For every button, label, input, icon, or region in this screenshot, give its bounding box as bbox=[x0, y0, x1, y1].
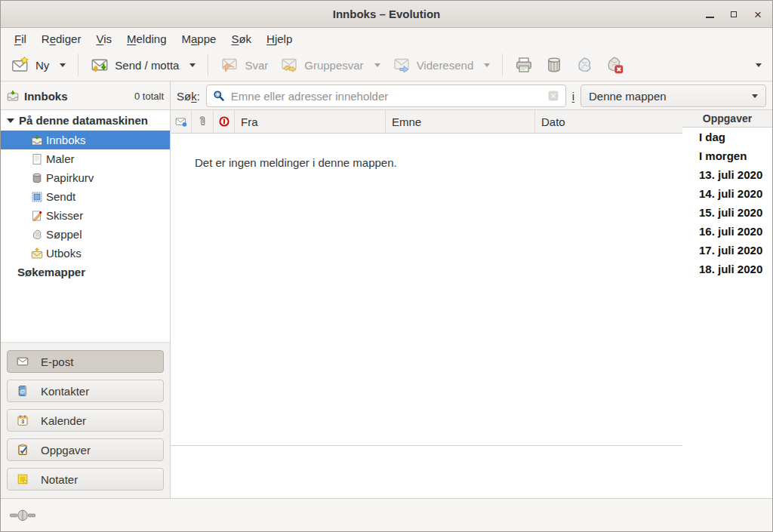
column-important[interactable] bbox=[214, 110, 235, 133]
inbox-icon bbox=[31, 134, 43, 146]
svg-text:3: 3 bbox=[21, 418, 24, 425]
send-receive-icon bbox=[91, 56, 109, 74]
not-junk-button[interactable] bbox=[599, 51, 630, 78]
menu-rediger[interactable]: Rediger bbox=[34, 28, 89, 49]
menu-vis[interactable]: Vis bbox=[88, 28, 119, 49]
search-icon bbox=[213, 90, 225, 102]
message-list-header: Fra Emne Dato bbox=[171, 110, 682, 134]
message-list-pane: Fra Emne Dato Det er ingen meldinger i d… bbox=[171, 110, 682, 498]
preview-pane-splitter[interactable] bbox=[171, 445, 682, 446]
switcher-calendar-button[interactable]: 3 Kalender bbox=[7, 409, 164, 432]
printer-icon bbox=[515, 56, 533, 74]
maximize-button[interactable] bbox=[724, 5, 744, 24]
task-group-date[interactable]: 16. juli 2020 bbox=[682, 222, 772, 241]
minimize-button[interactable] bbox=[700, 5, 719, 24]
search-scope-value: Denne mappen bbox=[589, 90, 667, 103]
expander-icon[interactable] bbox=[7, 118, 14, 123]
new-mail-icon bbox=[11, 56, 29, 74]
task-group-date[interactable]: 18. juli 2020 bbox=[682, 260, 772, 278]
close-icon: × bbox=[754, 8, 762, 21]
reply-icon bbox=[220, 56, 239, 74]
contacts-icon: @ bbox=[17, 385, 29, 397]
group-reply-button[interactable]: Gruppesvar bbox=[274, 51, 386, 78]
evolution-window: Innboks – Evolution × Fil Rediger Vis Me… bbox=[0, 0, 773, 532]
column-from[interactable]: Fra bbox=[235, 110, 386, 133]
toolbar-separator bbox=[78, 54, 79, 76]
task-group-date[interactable]: 13. juli 2020 bbox=[682, 165, 772, 184]
send-receive-dropdown-icon bbox=[189, 63, 196, 67]
forward-icon bbox=[393, 56, 411, 74]
folder-papirkurv[interactable]: Papirkurv bbox=[1, 168, 170, 187]
toolbar-separator bbox=[208, 54, 208, 76]
task-group-date[interactable]: 17. juli 2020 bbox=[682, 241, 772, 260]
inbox-icon bbox=[7, 90, 19, 102]
search-scope-dropdown[interactable]: Denne mappen bbox=[581, 85, 766, 107]
toolbar-separator bbox=[502, 54, 503, 76]
folder-message-count: 0 totalt bbox=[134, 91, 164, 102]
task-group-date[interactable]: 14. juli 2020 bbox=[682, 184, 772, 203]
new-message-button[interactable]: Ny bbox=[5, 51, 72, 78]
task-group-date[interactable]: 15. juli 2020 bbox=[682, 203, 772, 222]
tasks-panel-header: Oppgaver bbox=[682, 110, 772, 128]
column-date[interactable]: Dato bbox=[535, 110, 682, 133]
close-button[interactable]: × bbox=[748, 5, 768, 24]
switcher-memos-button[interactable]: Notater bbox=[7, 468, 164, 490]
folder-tree: På denne datamaskinen Innboks Maler bbox=[1, 110, 170, 281]
menu-mappe[interactable]: Mappe bbox=[174, 28, 224, 49]
column-subject[interactable]: Emne bbox=[386, 110, 535, 133]
print-button[interactable] bbox=[509, 51, 539, 78]
search-input-container bbox=[206, 85, 566, 107]
menubar: Fil Rediger Vis Melding Mappe Søk Hjelp bbox=[1, 28, 772, 49]
folder-sendt[interactable]: Sendt bbox=[1, 187, 170, 206]
svg-text:@: @ bbox=[20, 388, 25, 395]
memos-icon bbox=[17, 473, 29, 485]
attachment-icon bbox=[196, 115, 208, 128]
search-label: Søk: bbox=[177, 90, 200, 103]
junk-icon bbox=[575, 56, 593, 74]
task-group-today[interactable]: I dag bbox=[682, 128, 772, 146]
reply-button[interactable]: Svar bbox=[214, 51, 274, 78]
switcher-tasks-button[interactable]: Oppgaver bbox=[7, 438, 164, 461]
toolbar: Ny Send / motta Svar bbox=[1, 49, 772, 81]
tree-root-this-computer[interactable]: På denne datamaskinen bbox=[1, 110, 170, 131]
toolbar-overflow-button[interactable] bbox=[745, 59, 768, 72]
switcher-contacts-button[interactable]: @ Kontakter bbox=[7, 380, 164, 402]
tree-root-search-folders[interactable]: Søkemapper bbox=[1, 263, 170, 281]
folder-utboks[interactable]: Utboks bbox=[1, 244, 170, 263]
forward-button[interactable]: Videresend bbox=[386, 51, 497, 78]
switcher-mail-button[interactable]: E-post bbox=[7, 350, 164, 373]
titlebar: Innboks – Evolution × bbox=[1, 1, 772, 28]
folder-innboks[interactable]: Innboks bbox=[1, 131, 170, 149]
menu-fil[interactable]: Fil bbox=[7, 28, 34, 49]
view-switcher: E-post @ Kontakter bbox=[1, 342, 170, 498]
online-status-plug-icon[interactable] bbox=[10, 509, 35, 521]
folder-sidebar: På denne datamaskinen Innboks Maler bbox=[1, 110, 171, 498]
clear-search-icon[interactable] bbox=[547, 90, 559, 102]
send-receive-button[interactable]: Send / motta bbox=[85, 51, 202, 78]
task-group-tomorrow[interactable]: I morgen bbox=[682, 146, 772, 165]
group-reply-icon bbox=[280, 56, 298, 74]
sidebar-folder-header: Innboks 0 totalt bbox=[1, 81, 171, 110]
reply-label: Svar bbox=[245, 59, 268, 72]
menu-melding[interactable]: Melding bbox=[119, 28, 174, 49]
trash-icon bbox=[31, 172, 43, 184]
folder-skisser[interactable]: Skisser bbox=[1, 206, 170, 225]
minimize-icon bbox=[706, 17, 714, 18]
menu-sok[interactable]: Søk bbox=[223, 28, 259, 49]
delete-button[interactable] bbox=[539, 51, 569, 78]
column-read-status[interactable] bbox=[171, 110, 192, 133]
maximize-icon bbox=[731, 11, 737, 17]
new-message-label: Ny bbox=[35, 59, 49, 72]
toolbar-overflow-icon bbox=[756, 63, 762, 67]
column-attachment[interactable] bbox=[192, 110, 214, 133]
folder-soppel[interactable]: Søppel bbox=[1, 225, 170, 244]
outbox-icon bbox=[31, 248, 43, 260]
forward-dropdown-icon bbox=[484, 63, 490, 67]
junk-button[interactable] bbox=[569, 51, 599, 78]
search-input[interactable] bbox=[231, 90, 541, 103]
folder-maler[interactable]: Maler bbox=[1, 149, 170, 168]
menu-hjelp[interactable]: Hjelp bbox=[259, 28, 300, 49]
group-reply-dropdown-icon bbox=[374, 63, 380, 67]
sent-icon bbox=[31, 191, 43, 203]
junk-icon bbox=[31, 229, 43, 241]
